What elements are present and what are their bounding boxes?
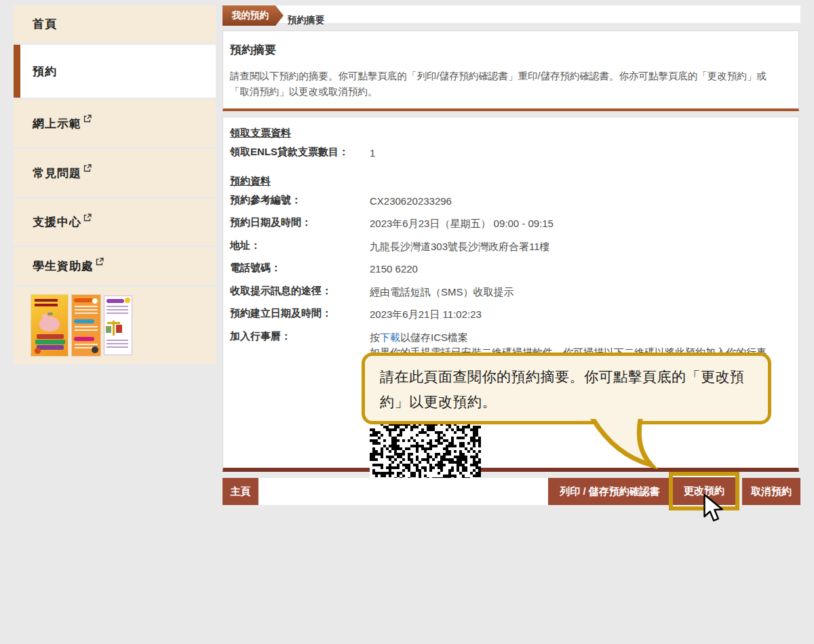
appointment-summary-page: { "sidebar": { "items": [ { "label": "首頁… <box>0 0 814 644</box>
detail-label: 加入行事曆： <box>230 330 370 500</box>
detail-label: 預約日期及時間： <box>230 216 370 232</box>
section-title-booking: 預約資料 <box>230 175 786 188</box>
detail-label: 領取ENLS貸款支票數目： <box>230 146 370 161</box>
sidebar-item-label: 首頁 <box>33 16 57 32</box>
detail-value: 2023年6月21日 11:02:23 <box>370 307 786 323</box>
sidebar-item-home[interactable]: 首頁 <box>14 5 216 43</box>
leaflet-scales <box>104 296 132 355</box>
breadcrumb: 預約摘要 <box>222 5 800 23</box>
ics-line-prefix: 按 <box>370 331 380 343</box>
download-ics-link[interactable]: 下載 <box>380 331 400 343</box>
summary-intro-panel: 預約摘要 請查閱以下預約的摘要。你可點擊頁底的「列印/儲存預約確認書」重印/儲存… <box>222 31 799 111</box>
detail-value: 2023年6月23日（星期五） 09:00 - 09:15 <box>370 216 786 232</box>
leaflet-info <box>71 294 101 357</box>
detail-row-reminder-channel: 收取提示訊息的途徑： 經由電話短訊（SMS）收取提示 <box>230 281 786 304</box>
sidebar-item-label: 常見問題 <box>33 165 81 181</box>
sidebar-item-sfo[interactable]: 學生資助處 <box>14 247 216 285</box>
promo-leaflets-image <box>14 287 216 364</box>
cancel-booking-button[interactable]: 取消預約 <box>742 478 800 505</box>
mouse-cursor-icon <box>701 494 726 523</box>
footer-bar-spacer <box>258 478 548 505</box>
detail-label: 地址： <box>230 239 370 255</box>
detail-value: 1 <box>370 146 786 161</box>
tutorial-tooltip-text: 請在此頁面查閱你的預約摘要。你可點擊頁底的「更改預約」以更改預約。 <box>365 356 768 415</box>
page-description: 請查閱以下預約的摘要。你可點擊頁底的「列印/儲存預約確認書」重印/儲存預約確認書… <box>230 68 786 100</box>
sidebar-item-booking[interactable]: 預約 <box>14 45 216 98</box>
sidebar-item-label: 網上示範 <box>33 116 81 132</box>
detail-row-created: 預約建立日期及時間： 2023年6月21日 11:02:23 <box>230 304 786 327</box>
leaflet-piggybank <box>31 294 69 357</box>
detail-label: 電話號碼： <box>230 262 370 277</box>
detail-row-reference: 預約參考編號： CX230620233296 <box>230 190 786 214</box>
print-save-confirmation-button[interactable]: 列印 / 儲存預約確認書 <box>548 478 672 505</box>
detail-label: 預約建立日期及時間： <box>230 307 370 323</box>
external-link-icon <box>83 113 92 126</box>
detail-row-cheque-count: 領取ENLS貸款支票數目： 1 <box>230 142 786 165</box>
detail-value: 經由電話短訊（SMS）收取提示 <box>370 285 786 300</box>
detail-value: CX230620233296 <box>370 194 786 209</box>
section-title-cheque: 領取支票資料 <box>230 127 786 140</box>
sidebar-item-online-demo[interactable]: 網上示範 <box>14 100 216 147</box>
detail-value: 2150 6220 <box>370 262 786 277</box>
detail-row-address: 地址： 九龍長沙灣道303號長沙灣政府合署11樓 <box>230 236 786 259</box>
external-link-icon <box>83 162 92 176</box>
external-link-icon <box>83 212 92 225</box>
home-button[interactable]: 主頁 <box>222 478 258 505</box>
detail-row-phone: 電話號碼： 2150 6220 <box>230 258 786 281</box>
breadcrumb-current-page: 預約摘要 <box>288 11 324 28</box>
sidebar-item-faq[interactable]: 常見問題 <box>14 149 216 197</box>
detail-label: 收取提示訊息的途徑： <box>230 285 370 300</box>
page-title: 預約摘要 <box>230 42 786 58</box>
sidebar: 首頁 預約 網上示範 常見問題 支援中心 學生資助處 <box>14 5 216 364</box>
sidebar-item-label: 學生資助處 <box>33 258 94 274</box>
detail-row-datetime: 預約日期及時間： 2023年6月23日（星期五） 09:00 - 09:15 <box>230 213 786 236</box>
tutorial-tooltip: 請在此頁面查閱你的預約摘要。你可點擊頁底的「更改預約」以更改預約。 <box>362 353 771 424</box>
detail-value: 九龍長沙灣道303號長沙灣政府合署11樓 <box>370 239 786 255</box>
sidebar-item-support-centre[interactable]: 支援中心 <box>14 199 216 245</box>
ics-line-suffix: 以儲存ICS檔案 <box>400 331 468 343</box>
breadcrumb-tab-my-booking[interactable]: 我的預約 <box>222 5 284 26</box>
tooltip-tail <box>589 419 665 470</box>
external-link-icon <box>96 256 104 269</box>
sidebar-item-label: 支援中心 <box>33 214 81 230</box>
detail-label: 預約參考編號： <box>230 194 370 209</box>
sidebar-item-label: 預約 <box>33 64 57 79</box>
